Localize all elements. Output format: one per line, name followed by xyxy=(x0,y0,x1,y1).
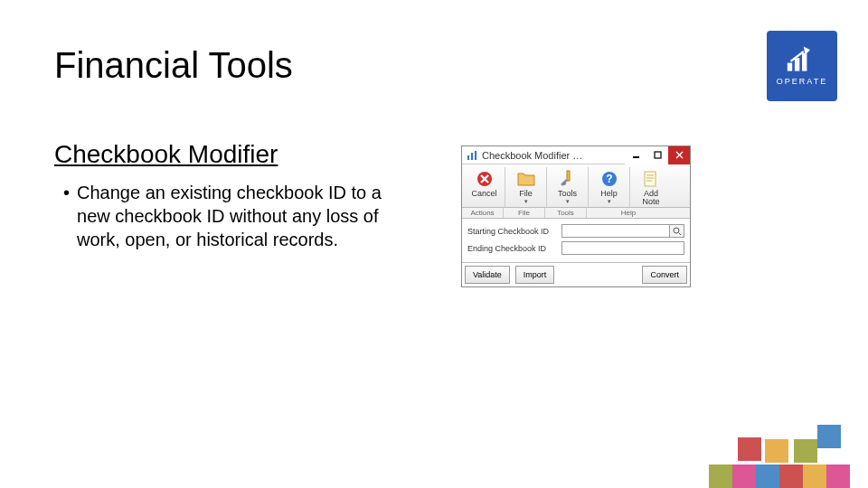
svg-rect-4 xyxy=(471,153,473,160)
bullet-text: Change an existing checkbook ID to a new… xyxy=(77,181,407,251)
svg-rect-3 xyxy=(467,155,469,160)
ribbon-group-file: File xyxy=(504,208,545,218)
note-icon xyxy=(641,169,661,189)
slide-title: Financial Tools xyxy=(54,45,293,86)
ending-id-input[interactable] xyxy=(561,241,684,255)
cancel-icon xyxy=(475,169,495,189)
svg-point-10 xyxy=(562,182,566,185)
add-note-button[interactable]: Add Note xyxy=(630,167,672,207)
starting-id-label: Starting Checkbook ID xyxy=(467,227,561,236)
tools-menu-button[interactable]: Tools ▾ xyxy=(547,167,589,207)
svg-rect-13 xyxy=(645,172,656,186)
button-row: Validate Import Convert xyxy=(462,262,690,286)
bullet-dot: • xyxy=(63,181,70,251)
search-icon xyxy=(673,227,682,236)
window-close-button[interactable] xyxy=(668,146,690,164)
help-icon: ? xyxy=(599,169,619,189)
ribbon-group-help: Help xyxy=(587,208,670,218)
starting-id-lookup-button[interactable] xyxy=(670,224,684,238)
svg-rect-0 xyxy=(788,63,792,71)
chart-arrow-icon xyxy=(786,46,818,73)
badge-label: OPERATE xyxy=(777,77,827,86)
form-area: Starting Checkbook ID Ending Checkbook I… xyxy=(462,219,690,262)
starting-id-input[interactable] xyxy=(561,224,670,238)
cancel-label: Cancel xyxy=(471,190,496,198)
convert-button[interactable]: Convert xyxy=(642,266,687,284)
svg-rect-9 xyxy=(567,171,570,181)
svg-rect-1 xyxy=(795,58,799,70)
window-title: Checkbook Modifier … xyxy=(482,150,625,161)
cancel-button[interactable]: Cancel xyxy=(464,167,505,207)
slide-subtitle: Checkbook Modifier xyxy=(54,140,278,169)
starting-id-field: Starting Checkbook ID xyxy=(467,224,684,238)
file-label: File xyxy=(519,190,533,198)
window-titlebar[interactable]: Checkbook Modifier … xyxy=(462,146,690,164)
ribbon-group-labels: Actions File Tools Help xyxy=(462,208,690,219)
help-menu-button[interactable]: ? Help ▾ xyxy=(589,167,630,207)
file-menu-button[interactable]: File ▾ xyxy=(505,167,547,207)
app-icon xyxy=(466,149,478,162)
svg-point-14 xyxy=(674,228,679,233)
chevron-down-icon: ▾ xyxy=(608,198,611,205)
ribbon-group-actions: Actions xyxy=(462,208,504,218)
chevron-down-icon: ▾ xyxy=(524,198,528,205)
import-button[interactable]: Import xyxy=(515,266,555,284)
window-maximize-button[interactable] xyxy=(646,146,668,164)
svg-rect-7 xyxy=(655,152,661,158)
folder-icon xyxy=(516,169,536,189)
bullet-item: • Change an existing checkbook ID to a n… xyxy=(63,181,407,251)
note-label: Note xyxy=(642,198,659,206)
chevron-down-icon: ▾ xyxy=(566,198,570,205)
svg-rect-2 xyxy=(802,53,807,71)
svg-rect-6 xyxy=(633,156,639,158)
ending-id-field: Ending Checkbook ID xyxy=(467,241,684,255)
ribbon-toolbar: Cancel File ▾ Tools ▾ ? Help xyxy=(462,164,690,208)
svg-rect-5 xyxy=(475,151,476,160)
svg-text:?: ? xyxy=(606,173,612,185)
validate-button[interactable]: Validate xyxy=(465,266,510,284)
tools-label: Tools xyxy=(558,190,577,198)
help-label: Help xyxy=(600,190,618,198)
checkbook-modifier-window: Checkbook Modifier … Cancel xyxy=(461,145,691,287)
bullet-list: • Change an existing checkbook ID to a n… xyxy=(63,181,407,251)
operate-badge: OPERATE xyxy=(767,31,837,101)
ribbon-group-tools: Tools xyxy=(545,208,587,218)
tools-icon xyxy=(558,169,578,189)
ending-id-label: Ending Checkbook ID xyxy=(467,244,561,253)
decorative-blocks xyxy=(687,416,868,488)
window-minimize-button[interactable] xyxy=(625,146,646,164)
